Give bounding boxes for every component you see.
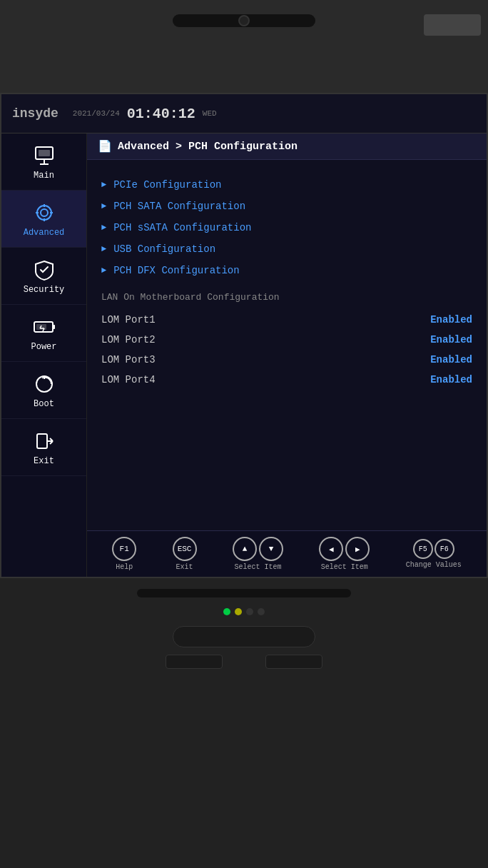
laptop-top-bezel [0, 0, 488, 93]
sidebar-item-exit[interactable]: Exit [1, 419, 86, 476]
light-power [223, 608, 230, 615]
sidebar-item-boot[interactable]: Boot [1, 362, 86, 419]
bios-header: insyde 2021/03/24 01:40:12 WED [1, 94, 487, 133]
lom-port3-label: LOM Port3 [101, 354, 156, 365]
light-activity [235, 608, 242, 615]
sidebar-item-security-label: Security [24, 285, 65, 295]
bios-menu: ► PCIe Configuration ► PCH SATA Configur… [87, 160, 487, 530]
footer-key-updown: ▲ ▼ Select Item [233, 537, 283, 571]
menu-label-usb: USB Configuration [113, 243, 215, 255]
sidebar-item-main-label: Main [34, 171, 54, 181]
leftright-label: Select Item [321, 563, 368, 571]
sidebar-item-power[interactable]: Power [1, 305, 86, 362]
f5f6-label: Change Values [406, 561, 462, 569]
header-info: 2021/03/24 01:40:12 WED [73, 106, 217, 122]
sidebar-item-advanced-label: Advanced [24, 228, 65, 238]
menu-label-pch-dfx: PCH DFX Configuration [113, 265, 239, 276]
camera-lens [238, 15, 250, 26]
arrow-icon-usb: ► [101, 244, 106, 254]
advanced-icon [30, 200, 59, 225]
updown-label: Select Item [234, 563, 281, 571]
down-button[interactable]: ▼ [259, 537, 283, 561]
left-button[interactable]: ◀ [319, 537, 343, 561]
lom-port4-value: Enabled [430, 374, 472, 385]
esc-label: Exit [176, 563, 193, 571]
menu-item-pch-dfx[interactable]: ► PCH DFX Configuration [101, 260, 472, 281]
bottom-buttons [166, 655, 322, 669]
breadcrumb: 📄 Advanced > PCH Configuration [87, 133, 487, 160]
header-date: 2021/03/24 [73, 109, 120, 118]
bios-main-panel: 📄 Advanced > PCH Configuration ► PCIe Co… [87, 133, 487, 577]
lom-port1-row[interactable]: LOM Port1 Enabled [101, 310, 472, 330]
laptop-bottom-bezel: acer [0, 578, 488, 868]
arrow-icon-pcie: ► [101, 180, 106, 190]
header-time: 01:40:12 [127, 106, 195, 122]
footer-key-leftright: ◀ ▶ Select Item [319, 537, 370, 571]
sidebar-item-exit-label: Exit [34, 456, 54, 466]
right-click-button[interactable] [265, 655, 322, 669]
f6-button[interactable]: F6 [434, 539, 454, 559]
status-lights [223, 608, 265, 615]
insyde-logo: insyde [12, 106, 59, 121]
sidebar-item-advanced[interactable]: Advanced [1, 191, 86, 248]
boot-icon [30, 371, 59, 396]
lom-port1-value: Enabled [430, 314, 472, 326]
lan-section-header: LAN On Motherboard Configuration [101, 292, 472, 303]
bios-screen: insyde 2021/03/24 01:40:12 WED Main [0, 93, 488, 578]
menu-label-pch-sata: PCH SATA Configuration [113, 201, 245, 212]
svg-rect-11 [53, 325, 55, 329]
speaker-bar [137, 589, 351, 597]
footer-key-esc: ESC Exit [173, 537, 197, 571]
lom-port1-label: LOM Port1 [101, 314, 156, 326]
f5-button[interactable]: F5 [413, 539, 433, 559]
bios-sidebar: Main Advanced [1, 133, 87, 577]
esc-button[interactable]: ESC [173, 537, 197, 561]
shield-icon [30, 257, 59, 282]
camera-bar [173, 14, 315, 27]
svg-point-5 [41, 209, 48, 216]
up-down-group: ▲ ▼ [233, 537, 283, 561]
battery-icon [30, 314, 59, 339]
lom-port3-value: Enabled [430, 354, 472, 365]
up-button[interactable]: ▲ [233, 537, 257, 561]
left-click-button[interactable] [166, 655, 223, 669]
svg-rect-20 [37, 434, 47, 448]
arrow-icon-pch-dfx: ► [101, 266, 106, 276]
menu-label-pch-ssata: PCH sSATA Configuration [113, 222, 251, 233]
monitor-icon [30, 143, 59, 168]
arrow-icon-pch-ssata: ► [101, 223, 106, 233]
sidebar-item-security[interactable]: Security [1, 248, 86, 305]
light-battery [258, 608, 265, 615]
sidebar-item-main[interactable]: Main [1, 133, 86, 191]
lom-port4-row[interactable]: LOM Port4 Enabled [101, 370, 472, 390]
breadcrumb-icon: 📄 [98, 139, 112, 153]
menu-item-pch-sata[interactable]: ► PCH SATA Configuration [101, 196, 472, 217]
bios-footer: F1 Help ESC Exit ▲ ▼ Select Item ◀ [87, 530, 487, 577]
svg-rect-3 [39, 150, 50, 156]
lom-port2-label: LOM Port2 [101, 334, 156, 345]
right-button[interactable]: ▶ [345, 537, 370, 561]
menu-label-pcie: PCIe Configuration [113, 179, 221, 191]
exit-icon [30, 428, 59, 453]
arrow-icon-pch-sata: ► [101, 201, 106, 211]
lom-port3-row[interactable]: LOM Port3 Enabled [101, 350, 472, 370]
header-day: WED [203, 109, 217, 118]
svg-point-4 [37, 206, 51, 220]
lom-port2-row[interactable]: LOM Port2 Enabled [101, 330, 472, 350]
light-wifi [246, 608, 253, 615]
bios-content: Main Advanced [1, 133, 487, 577]
f5f6-group: F5 F6 [413, 539, 454, 559]
trackpad[interactable] [173, 626, 315, 647]
lom-port4-label: LOM Port4 [101, 374, 156, 385]
top-right-button [424, 14, 481, 36]
menu-item-pch-ssata[interactable]: ► PCH sSATA Configuration [101, 217, 472, 238]
f1-label: Help [116, 563, 133, 571]
footer-key-f5f6: F5 F6 Change Values [406, 539, 462, 569]
svg-rect-15 [36, 324, 46, 330]
menu-item-pcie[interactable]: ► PCIe Configuration [101, 174, 472, 196]
lom-port2-value: Enabled [430, 334, 472, 345]
sidebar-item-power-label: Power [31, 342, 56, 352]
menu-item-usb[interactable]: ► USB Configuration [101, 238, 472, 260]
left-right-group: ◀ ▶ [319, 537, 370, 561]
f1-button[interactable]: F1 [112, 537, 136, 561]
